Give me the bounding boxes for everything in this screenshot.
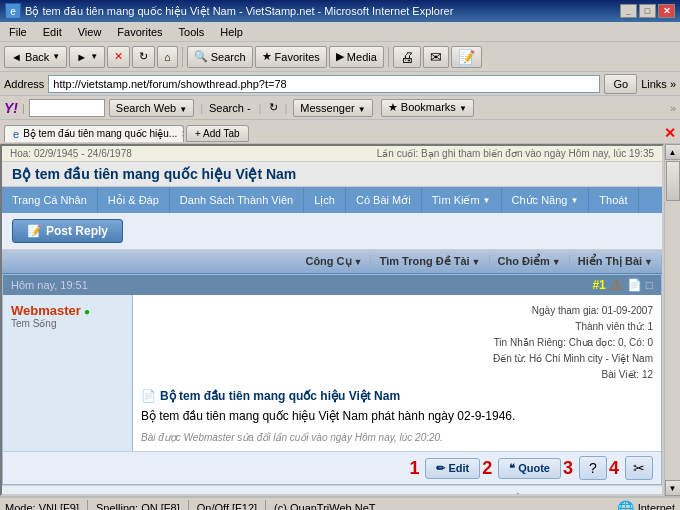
scroll-down-button[interactable]: ▼ xyxy=(665,480,681,496)
post-header-icon2[interactable]: □ xyxy=(646,278,653,292)
messenger-dropdown-icon: ▼ xyxy=(358,105,366,114)
nav-chuc-nang[interactable]: Chức Năng xyxy=(502,187,590,213)
back-button[interactable]: ◄ Back ▼ xyxy=(4,46,67,68)
yahoo-expand[interactable]: » xyxy=(670,102,676,114)
messenger-button[interactable]: Messenger ▼ xyxy=(293,99,372,117)
tab-bar: e Bộ tem đầu tiên mang quốc hiệu... ✕ + … xyxy=(0,120,680,144)
status-sep3 xyxy=(265,500,266,510)
th-cong-cu[interactable]: Công Cụ ▼ xyxy=(297,255,371,268)
toolbar-btn-5[interactable]: ✉ xyxy=(423,46,449,68)
menu-view[interactable]: View xyxy=(74,25,106,39)
home-button[interactable]: ⌂ xyxy=(157,46,178,68)
tab-label: Bộ tem đầu tiên mang quốc hiệu... xyxy=(23,128,177,139)
back-dropdown-icon[interactable]: ▼ xyxy=(52,52,60,61)
toolbar-separator xyxy=(182,47,183,67)
address-label: Address xyxy=(4,78,44,90)
toolbar-btn-4[interactable]: 🖨 xyxy=(393,46,421,68)
nav-co-bai-moi[interactable]: Có Bài Mới xyxy=(346,187,422,213)
author-name[interactable]: Webmaster xyxy=(11,303,81,318)
quote-button[interactable]: ❝ Quote xyxy=(498,458,561,479)
status-sep2 xyxy=(188,500,189,510)
post-content-column: Ngày tham gia: 01-09-2007 Thành viên thứ… xyxy=(133,295,661,451)
join-date-label: Ngày tham gia: xyxy=(532,305,599,316)
toolbar: ◄ Back ▼ ► ▼ ✕ ↻ ⌂ 🔍 Search ★ Favorites … xyxy=(0,42,680,72)
action-num-4: 4 xyxy=(609,458,619,479)
search-button[interactable]: 🔍 Search xyxy=(187,46,253,68)
favorites-button[interactable]: ★ Favorites xyxy=(255,46,327,68)
close-button[interactable]: ✕ xyxy=(658,4,675,18)
refresh-icon-yahoo[interactable]: ↻ xyxy=(269,101,278,114)
post-reply-button-top[interactable]: 📝 Post Reply xyxy=(12,219,123,243)
yahoo-bar-sep3: | xyxy=(284,102,287,114)
window-title: Bộ tem đầu tiên mang quốc hiệu Việt Nam … xyxy=(25,5,453,18)
top-strip: Hoa: 02/9/1945 - 24/6/1978 Lần cuối: Bạn… xyxy=(2,146,662,162)
bookmarks-button[interactable]: ★ Bookmarks ▼ xyxy=(381,99,474,117)
status-onoff: On/Off [F12] xyxy=(197,502,257,510)
menu-file[interactable]: File xyxy=(5,25,31,39)
address-bar: Address Go Links » xyxy=(0,72,680,96)
nav-tim-kiem[interactable]: Tìm Kiếm xyxy=(422,187,502,213)
bottom-area: 📝 Post Reply Điều Hành Hòm Nhất Bài Viết… xyxy=(2,485,662,496)
location-label: Đến từ: xyxy=(493,353,526,364)
add-tab-button[interactable]: + Add Tab xyxy=(186,125,249,142)
yahoo-logo: Y! xyxy=(4,100,18,116)
location: Hồ Chí Minh city - Việt Nam xyxy=(529,353,653,364)
yahoo-search-box[interactable] xyxy=(29,99,105,117)
nav-thoat[interactable]: Thoát xyxy=(589,187,638,213)
nav-lich[interactable]: Lịch xyxy=(304,187,346,213)
toolbar-btn-6[interactable]: 📝 xyxy=(451,46,482,68)
globe-icon: 🌐 xyxy=(617,500,634,510)
stop-button[interactable]: ✕ xyxy=(107,46,130,68)
th-hien-thi[interactable]: Hiển Thị Bài ▼ xyxy=(570,255,662,268)
scroll-thumb[interactable] xyxy=(666,161,680,201)
forward-button[interactable]: ► ▼ xyxy=(69,46,105,68)
posts-label: Bài Viết: xyxy=(602,369,640,380)
nav-trang-ca-nhan[interactable]: Trang Cá Nhân xyxy=(2,187,98,213)
home-icon: ⌂ xyxy=(164,51,171,63)
menu-help[interactable]: Help xyxy=(216,25,247,39)
menu-edit[interactable]: Edit xyxy=(39,25,66,39)
back-arrow-icon: ◄ xyxy=(11,51,22,63)
yahoo-search-input[interactable] xyxy=(32,102,102,114)
nav-hoi-dap[interactable]: Hỏi & Đáp xyxy=(98,187,170,213)
forum-title: Bộ tem đầu tiên mang quốc hiệu Việt Nam xyxy=(2,162,662,187)
search-icon: 🔍 xyxy=(194,50,208,63)
scroll-track[interactable] xyxy=(665,160,681,480)
content-wrapper: Hoa: 02/9/1945 - 24/6/1978 Lần cuối: Bạn… xyxy=(0,144,680,496)
tab-close-button[interactable]: ✕ xyxy=(181,129,184,139)
close-content-button[interactable]: ✕ xyxy=(664,125,676,141)
dieu-hanh-section: Điều Hành Hòm Nhất Bài Viết Tiếp Tục (0) xyxy=(406,492,652,496)
th-tim-trong[interactable]: Tìm Trong Đề Tài ▼ xyxy=(371,255,489,268)
post-timestamp: Hôm nay, 19:51 xyxy=(11,279,88,291)
th-cho-diem[interactable]: Cho Điểm ▼ xyxy=(490,255,570,268)
go-button[interactable]: Go xyxy=(604,74,637,94)
menu-tools[interactable]: Tools xyxy=(175,25,209,39)
post-text: Bộ tem đầu tiên mang quốc hiệu Việt Nam … xyxy=(141,407,653,426)
search-web-button[interactable]: Search Web ▼ xyxy=(109,99,194,117)
browser-tab[interactable]: e Bộ tem đầu tiên mang quốc hiệu... ✕ xyxy=(4,125,184,142)
edit-button[interactable]: ✏ Edit xyxy=(425,458,480,479)
forward-dropdown-icon[interactable]: ▼ xyxy=(90,52,98,61)
nav-danh-sach[interactable]: Danh Sách Thành Viên xyxy=(170,187,304,213)
menu-favorites[interactable]: Favorites xyxy=(113,25,166,39)
scrollbar[interactable]: ▲ ▼ xyxy=(664,144,680,496)
scroll-up-button[interactable]: ▲ xyxy=(665,144,681,160)
dieu-hanh-label: Điều Hành xyxy=(502,492,555,496)
action-num-1: 1 xyxy=(409,458,419,479)
maximize-button[interactable]: □ xyxy=(639,4,656,18)
member-num: 1 xyxy=(647,321,653,332)
search-dash: Search - xyxy=(209,102,251,114)
address-input[interactable] xyxy=(48,75,600,93)
minimize-button[interactable]: _ xyxy=(620,4,637,18)
media-button[interactable]: ▶ Media xyxy=(329,46,384,68)
status-mode: Mode: VNI [F9] xyxy=(5,502,79,510)
links-button[interactable]: Links » xyxy=(641,78,676,90)
pm-value: Chưa đọc: 0, Có: 0 xyxy=(569,337,653,348)
star-icon: ★ xyxy=(262,50,272,63)
action-icon-btn-2[interactable]: ✂ xyxy=(625,456,653,480)
warn-icon[interactable]: ⚠ xyxy=(610,277,623,293)
page-icon[interactable]: 📄 xyxy=(627,278,642,292)
action-icon-btn-1[interactable]: ? xyxy=(579,456,607,480)
yahoo-bar-sep1: | xyxy=(200,102,203,114)
refresh-button[interactable]: ↻ xyxy=(132,46,155,68)
